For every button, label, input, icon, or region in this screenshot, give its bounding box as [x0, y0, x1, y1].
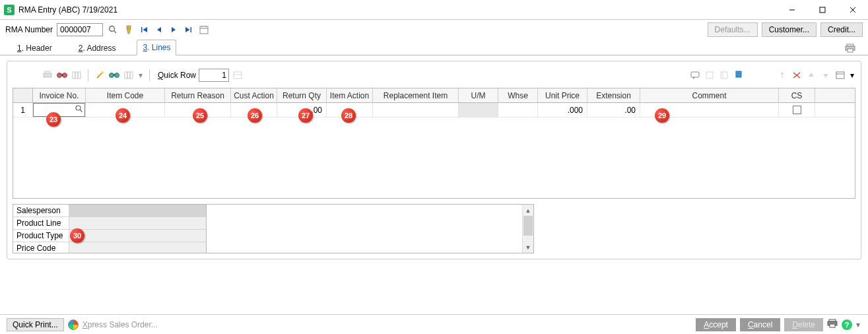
scroll-up-icon[interactable]: ▲ [523, 205, 533, 216]
delete-button: Delete [784, 318, 823, 331]
wheel-icon[interactable] [68, 319, 79, 330]
defaults-button[interactable]: Defaults... [708, 22, 758, 37]
svg-marker-11 [172, 27, 176, 32]
col-whse[interactable]: Whse [498, 88, 538, 102]
cell-cust-action[interactable] [231, 103, 277, 117]
col-extension[interactable]: Extension [587, 88, 640, 102]
cell-replacement[interactable] [373, 103, 459, 117]
lookup-icon[interactable] [107, 24, 119, 36]
col-item[interactable]: Item Code [86, 88, 165, 102]
wand-icon[interactable] [94, 69, 106, 81]
col-um[interactable]: U/M [459, 88, 498, 102]
col-item-action[interactable]: Item Action [327, 88, 373, 102]
title-bar: S RMA Entry (ABC) 7/19/2021 [0, 0, 868, 20]
col-cust-action[interactable]: Cust Action [231, 88, 277, 102]
rma-number-input[interactable] [57, 23, 103, 36]
detail-prodtype-value [69, 230, 206, 242]
dropdown-toggle-icon: ▾ [137, 69, 144, 81]
detail-panel: Salesperson Product Line Product Type Pr… [13, 204, 534, 253]
panel2-icon [718, 69, 730, 81]
last-record-icon[interactable] [182, 24, 194, 36]
printer-icon[interactable] [827, 318, 838, 331]
print-grid-icon [42, 69, 53, 81]
server-icon[interactable] [733, 69, 745, 81]
cell-comment[interactable] [640, 103, 779, 117]
detail-salesperson-value [69, 205, 206, 217]
cell-item[interactable] [86, 103, 165, 117]
col-comment[interactable]: Comment [640, 88, 779, 102]
svg-rect-45 [736, 75, 741, 77]
svg-marker-9 [143, 27, 148, 32]
svg-rect-1 [820, 7, 825, 13]
next-record-icon[interactable] [168, 24, 180, 36]
col-replacement[interactable]: Replacement Item [373, 88, 459, 102]
maximize-button[interactable] [807, 0, 838, 20]
cell-item-action[interactable] [327, 103, 373, 117]
col-invoice[interactable]: Invoice No. [33, 88, 86, 102]
scroll-thumb[interactable] [523, 216, 533, 236]
cs-checkbox[interactable] [793, 106, 801, 114]
window-title: RMA Entry (ABC) 7/19/2021 [18, 5, 777, 15]
col-unit-price[interactable]: Unit Price [538, 88, 587, 102]
binoculars-icon[interactable] [56, 69, 68, 81]
tab-header[interactable]: 1. Header [12, 41, 57, 55]
first-record-icon[interactable] [139, 24, 150, 36]
reset-layout-icon[interactable] [834, 69, 846, 81]
delete-row-icon[interactable] [791, 69, 803, 81]
scroll-down-icon[interactable]: ▼ [523, 242, 533, 253]
cancel-button[interactable]: Cancel [740, 318, 780, 331]
svg-rect-13 [191, 27, 192, 32]
col-cs[interactable]: CS [779, 88, 815, 102]
svg-rect-41 [706, 72, 713, 79]
detail-pricecode-label: Price Code [13, 242, 69, 253]
svg-marker-12 [185, 27, 190, 32]
grid-toolbar: ▾ Quick Row ▾ [13, 67, 855, 84]
svg-rect-25 [61, 74, 63, 76]
layout-dropdown-icon[interactable]: ▾ [849, 69, 855, 81]
detail-salesperson-label: Salesperson [13, 205, 69, 217]
flashlight-icon[interactable] [123, 24, 135, 36]
help-dropdown-icon[interactable]: ▾ [856, 320, 861, 329]
detail-prodline-value [69, 217, 206, 230]
comment-icon[interactable] [689, 69, 701, 81]
detail-memo[interactable]: ▲ ▼ [207, 205, 533, 253]
svg-rect-36 [130, 72, 133, 79]
rma-number-label: RMA Number [5, 25, 53, 34]
row-header[interactable]: 1 [13, 103, 33, 117]
print-icon[interactable] [844, 42, 856, 54]
col-reason[interactable]: Return Reason [165, 88, 231, 102]
cell-whse[interactable] [498, 103, 538, 117]
close-button[interactable] [838, 0, 868, 20]
credit-button[interactable]: Credit... [820, 22, 863, 37]
show-columns-icon [71, 69, 83, 81]
customer-button[interactable]: Customer... [762, 22, 817, 37]
header-row: RMA Number Defaults... Customer... Credi… [0, 20, 868, 40]
cell-unit-price[interactable]: .000 [538, 103, 587, 117]
svg-rect-58 [830, 324, 835, 327]
cell-invoice[interactable] [33, 103, 86, 117]
cell-cs[interactable] [779, 103, 815, 117]
footer: Quick Print... Xpress Sales Order... Acc… [0, 314, 868, 334]
minimize-button[interactable] [777, 0, 807, 20]
quick-row-input[interactable] [199, 69, 229, 82]
accept-button[interactable]: Accept [696, 318, 736, 331]
svg-marker-10 [157, 27, 161, 32]
calendar-icon[interactable] [198, 24, 210, 36]
panel-icon [704, 69, 716, 81]
prev-record-icon[interactable] [153, 24, 165, 36]
tab-lines[interactable]: 3. Lines [137, 40, 176, 55]
svg-rect-22 [45, 71, 50, 73]
col-return-qty[interactable]: Return Qty [277, 88, 327, 102]
tab-address[interactable]: 2. Address [73, 41, 121, 55]
quick-print-button[interactable]: Quick Print... [7, 318, 64, 331]
cell-reason[interactable] [165, 103, 231, 117]
invoice-lookup-icon[interactable] [75, 104, 84, 114]
detail-prodtype-label: Product Type [13, 230, 69, 242]
binoculars2-icon[interactable] [108, 69, 120, 81]
svg-line-5 [114, 31, 117, 34]
help-icon[interactable]: ? [842, 319, 852, 330]
cell-return-qty[interactable]: .00 [277, 103, 327, 117]
cell-extension[interactable]: .00 [587, 103, 640, 117]
detail-scrollbar[interactable]: ▲ ▼ [522, 205, 533, 253]
app-icon: S [4, 5, 15, 15]
